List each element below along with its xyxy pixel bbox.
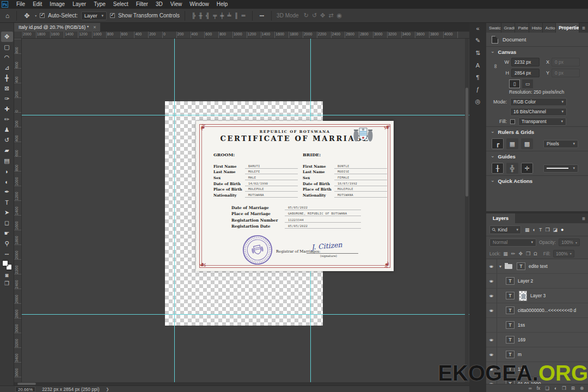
panel-tab[interactable]: Swatc <box>486 23 501 33</box>
auto-select-checkbox[interactable] <box>40 13 45 18</box>
dock-panel-icon[interactable]: ◎ <box>475 98 481 105</box>
menu-item[interactable]: Filter <box>132 0 152 9</box>
dock-panel-icon[interactable]: ƒ <box>476 86 479 93</box>
guide-vertical-1[interactable] <box>174 39 175 382</box>
zoom-level-field[interactable]: 20.66% <box>15 387 35 392</box>
tool-button[interactable]: ◐ <box>1 176 13 187</box>
guide-style-dropdown[interactable] <box>543 164 578 173</box>
align-icon[interactable]: ╫ <box>197 13 204 19</box>
layer-filter-icon[interactable]: T <box>537 227 544 232</box>
canvas-viewport[interactable]: ❧ ❧ ❧ ❧ REPUBLIC OF BOTSWANA CERTIFICATE… <box>22 39 469 382</box>
ruler-corner[interactable] <box>14 32 22 39</box>
fill-checkbox[interactable] <box>510 119 515 124</box>
tool-button[interactable]: ⚲ <box>1 238 13 249</box>
guides-toggle[interactable]: ✛ <box>521 163 533 174</box>
align-icon[interactable]: ╣ <box>204 13 211 19</box>
marriage-certificate-image[interactable]: ❧ ❧ ❧ ❧ REPUBLIC OF BOTSWANA CERTIFICATE… <box>196 121 394 271</box>
edit-toolbar-icon[interactable]: ••• <box>5 252 9 256</box>
layer-filter-icon[interactable]: ◪ <box>552 227 560 232</box>
rulers-grids-section-header[interactable]: Rulers & Grids <box>486 127 588 137</box>
lock-icon[interactable]: ▦ <box>503 251 508 256</box>
tool-button[interactable]: ▰ <box>1 145 13 156</box>
scrollbar-thumb[interactable] <box>17 383 36 385</box>
tool-button[interactable]: ✏ <box>1 114 13 125</box>
layer-filter-icon[interactable]: ◐ <box>531 227 537 232</box>
tool-button[interactable]: ✥ <box>1 32 13 42</box>
link-dimensions-icon[interactable]: ∞ <box>493 64 499 71</box>
tool-button[interactable]: ▤ <box>1 156 13 166</box>
panel-tab[interactable]: Patte <box>515 23 529 33</box>
layer-filter-icon[interactable]: ❒ <box>543 227 551 232</box>
layer-row[interactable]: 1ss <box>486 318 588 333</box>
lock-icon[interactable]: ✥ <box>518 251 523 256</box>
portrait-orientation-button[interactable]: ▯ <box>509 79 520 88</box>
lock-icon[interactable]: Ω <box>534 251 537 256</box>
horizontal-ruler[interactable]: 2000180016001400120010008006004002000200… <box>22 32 469 39</box>
dock-panel-icon[interactable]: ✎ <box>475 37 480 44</box>
fill-dropdown[interactable]: Transparent <box>518 118 566 126</box>
tool-button[interactable]: ↺ <box>1 135 13 145</box>
layers-footer-icon[interactable]: ⊞ <box>571 385 575 391</box>
align-icon[interactable]: ╧ <box>225 13 232 19</box>
align-icon[interactable]: ╤ <box>211 13 218 19</box>
tool-button[interactable]: ➤ <box>1 207 13 218</box>
lock-icon[interactable]: ✏ <box>511 251 516 256</box>
visibility-eye-icon[interactable] <box>486 259 497 273</box>
visibility-eye-icon[interactable] <box>486 347 497 362</box>
visibility-eye-icon[interactable] <box>486 274 497 288</box>
tool-button[interactable]: ✑ <box>1 94 13 104</box>
guide-horizontal-2[interactable] <box>22 314 469 315</box>
units-dropdown[interactable]: Pixels <box>543 140 578 148</box>
menu-item[interactable]: Edit <box>29 0 46 9</box>
layer-row[interactable]: Layer 3 <box>486 289 588 303</box>
width-field[interactable]: 2232 px <box>511 58 540 66</box>
panel-tab[interactable]: Actio <box>543 23 556 33</box>
scrollbar-thumb[interactable] <box>465 88 468 197</box>
menu-item[interactable]: View <box>167 0 186 9</box>
show-transform-checkbox[interactable] <box>110 13 115 18</box>
dock-panel-icon[interactable]: ⇅ <box>475 50 480 57</box>
layer-row[interactable]: Layer 2 <box>486 274 588 289</box>
vertical-ruler[interactable]: 8006004002000200400600800100012001400160… <box>14 39 22 382</box>
panel-menu-icon[interactable]: ≡ <box>579 23 588 33</box>
tool-button[interactable]: ☛ <box>1 228 13 238</box>
panel-menu-icon[interactable]: ≡ <box>579 213 588 223</box>
rulers-grids-toggle[interactable]: ┏ <box>492 138 504 149</box>
layers-tab[interactable]: Layers <box>486 213 515 223</box>
menu-item[interactable]: Layer <box>69 0 90 9</box>
tool-button[interactable]: ▢ <box>1 42 13 52</box>
close-icon[interactable]: × <box>93 24 96 30</box>
status-chevron-icon[interactable]: ❯ <box>106 387 109 391</box>
menu-item[interactable]: Type <box>90 0 109 9</box>
align-icon[interactable]: ╠ <box>190 13 197 19</box>
tool-button[interactable]: ◠ <box>1 52 13 63</box>
visibility-eye-icon[interactable] <box>486 318 497 332</box>
tool-button[interactable]: ╋ <box>1 73 13 83</box>
quick-mask-icon[interactable]: ◙ <box>5 272 8 278</box>
tool-button[interactable]: ♟ <box>1 125 13 135</box>
layer-filter-icon[interactable]: ▦ <box>523 227 531 232</box>
layer-filter-icon[interactable]: ● <box>559 227 565 232</box>
color-mode-dropdown[interactable]: RGB Color <box>510 98 567 106</box>
kind-filter-dropdown[interactable]: Kind <box>489 225 521 234</box>
more-options-icon[interactable]: ••• <box>258 13 266 18</box>
guides-section-header[interactable]: Guides <box>486 151 588 161</box>
vertical-scrollbar[interactable] <box>465 39 469 382</box>
document-tab[interactable]: Italy id.psd @ 20.7% (RGB/16) * × <box>14 23 100 32</box>
dock-panel-icon[interactable]: ¶ <box>476 74 480 81</box>
layers-footer-icon[interactable]: fx <box>537 385 541 391</box>
visibility-eye-icon[interactable] <box>486 333 497 347</box>
rulers-grids-toggle[interactable]: ▩ <box>521 138 533 149</box>
dock-panel-icon[interactable]: « <box>476 25 479 32</box>
menu-item[interactable]: Image <box>46 0 69 9</box>
layers-footer-icon[interactable]: ∞ <box>529 385 532 391</box>
tool-button[interactable]: ✒ <box>1 187 13 197</box>
group-chevron-icon[interactable] <box>497 264 504 269</box>
tool-button[interactable]: ✚ <box>1 104 13 114</box>
menu-item[interactable]: Window <box>186 0 213 9</box>
layer-row[interactable]: 169 <box>486 333 588 347</box>
height-field[interactable]: 2854 px <box>511 69 540 77</box>
align-icon[interactable]: ╪ <box>218 13 225 19</box>
visibility-eye-icon[interactable] <box>486 289 497 303</box>
layer-row[interactable]: 129 <box>486 362 588 377</box>
